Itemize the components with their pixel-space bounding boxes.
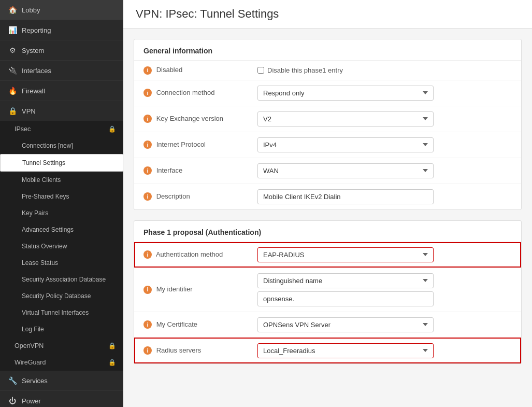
sidebar-item-security-association-db[interactable]: Security Association Database xyxy=(0,271,123,288)
reporting-icon: 📊 xyxy=(7,25,18,35)
key-exchange-row: i Key Exchange version V2 xyxy=(134,106,521,132)
my-certificate-select[interactable]: OPNSens VPN Server xyxy=(257,317,434,332)
my-identifier-input[interactable] xyxy=(257,291,434,306)
connection-method-row: i Connection method Respond only xyxy=(134,80,521,106)
connection-method-select[interactable]: Respond only xyxy=(257,86,434,101)
key-exchange-label: Key Exchange version xyxy=(156,115,223,122)
disabled-value-cell: Disable this phase1 entry xyxy=(248,61,521,80)
disabled-checkbox-label: Disable this phase1 entry xyxy=(257,66,512,74)
sidebar-item-lobby[interactable]: 🏠 Lobby xyxy=(0,0,123,20)
sidebar-item-services[interactable]: 🔧 Services xyxy=(0,371,123,391)
sidebar-item-mobile-clients[interactable]: Mobile Clients xyxy=(0,172,123,188)
sidebar-item-ipsec[interactable]: IPsec 🔒 xyxy=(0,121,123,137)
description-info-icon[interactable]: i xyxy=(143,192,152,201)
sidebar-label-lobby: Lobby xyxy=(22,6,40,14)
sidebar-label-power: Power xyxy=(22,397,41,405)
sidebar-item-security-policy-db[interactable]: Security Policy Database xyxy=(0,288,123,304)
sidebar-label-services: Services xyxy=(22,377,48,385)
radius-servers-row: i Radius servers Local_Freeradius xyxy=(134,338,521,363)
description-value-cell xyxy=(248,184,521,209)
sidebar-label-pre-shared-keys: Pre-Shared Keys xyxy=(22,193,69,200)
sidebar-label-security-association-db: Security Association Database xyxy=(22,276,106,283)
lock-icon-wireguard: 🔒 xyxy=(108,359,116,366)
sidebar-label-lease-status: Lease Status xyxy=(22,259,58,266)
interface-label: Interface xyxy=(156,166,183,174)
sidebar-label-firewall: Firewall xyxy=(22,87,45,95)
sidebar-item-key-pairs[interactable]: Key Pairs xyxy=(0,205,123,221)
phase1-card: Phase 1 proposal (Authentication) i Auth… xyxy=(134,220,522,364)
disabled-row: i Disabled Disable this phase1 entry xyxy=(134,61,521,80)
internet-protocol-info-icon[interactable]: i xyxy=(143,141,152,149)
sidebar-item-firewall[interactable]: 🔥 Firewall xyxy=(0,81,123,101)
ipsec-submenu: Connections [new] Tunnel Settings Mobile… xyxy=(0,137,123,338)
my-certificate-row: i My Certificate OPNSens VPN Server xyxy=(134,312,521,338)
sidebar-label-connections-new: Connections [new] xyxy=(22,142,73,149)
description-input[interactable] xyxy=(257,189,434,204)
internet-protocol-select[interactable]: IPv4 xyxy=(257,137,434,152)
phase1-table: i Authentication method EAP-RADIUS i xyxy=(134,242,521,363)
sidebar-item-virtual-tunnel-interfaces[interactable]: Virtual Tunnel Interfaces xyxy=(0,304,123,321)
key-exchange-value-cell: V2 xyxy=(248,106,521,132)
my-identifier-label-cell: i My identifier xyxy=(134,268,248,312)
interface-value-cell: WAN xyxy=(248,158,521,184)
my-certificate-info-icon[interactable]: i xyxy=(143,320,152,329)
my-certificate-label: My Certificate xyxy=(156,320,197,328)
lock-icon-ipsec: 🔒 xyxy=(108,125,116,133)
internet-protocol-value-cell: IPv4 xyxy=(248,132,521,158)
my-identifier-type-select[interactable]: Distinguished name xyxy=(257,273,434,288)
my-identifier-info-icon[interactable]: i xyxy=(143,286,152,294)
disabled-checkbox[interactable] xyxy=(257,67,264,74)
lock-icon-openvpn: 🔒 xyxy=(108,342,116,349)
my-identifier-label: My identifier xyxy=(156,285,193,293)
sidebar-label-wireguard: WireGuard xyxy=(15,359,46,366)
sidebar-item-log-file[interactable]: Log File xyxy=(0,321,123,338)
sidebar-item-openvpn[interactable]: OpenVPN 🔒 xyxy=(0,338,123,354)
auth-method-info-icon[interactable]: i xyxy=(143,250,152,259)
sidebar-label-security-policy-db: Security Policy Database xyxy=(22,292,91,300)
interface-label-cell: i Interface xyxy=(134,158,248,184)
disabled-info-icon[interactable]: i xyxy=(143,66,152,75)
vpn-icon: 🔒 xyxy=(7,106,18,116)
sidebar-label-ipsec: IPsec xyxy=(15,125,31,133)
sidebar-item-advanced-settings[interactable]: Advanced Settings xyxy=(0,221,123,238)
radius-servers-info-icon[interactable]: i xyxy=(143,346,152,355)
sidebar-item-vpn[interactable]: 🔒 VPN xyxy=(0,101,123,121)
sidebar-item-reporting[interactable]: 📊 Reporting xyxy=(0,20,123,40)
sidebar-item-connections-new[interactable]: Connections [new] xyxy=(0,137,123,154)
radius-servers-value-cell: Local_Freeradius xyxy=(248,338,521,363)
interface-info-icon[interactable]: i xyxy=(143,166,152,175)
key-exchange-label-cell: i Key Exchange version xyxy=(134,106,248,132)
disabled-label: Disabled xyxy=(156,66,183,74)
sidebar-label-log-file: Log File xyxy=(22,326,44,333)
disabled-label-cell: i Disabled xyxy=(134,61,248,80)
sidebar-item-pre-shared-keys[interactable]: Pre-Shared Keys xyxy=(0,188,123,205)
key-exchange-select[interactable]: V2 xyxy=(257,111,434,127)
auth-method-label-cell: i Authentication method xyxy=(134,242,248,268)
power-icon: ⏻ xyxy=(7,396,18,406)
main-content: VPN: IPsec: Tunnel Settings General info… xyxy=(123,0,532,407)
sidebar-item-power[interactable]: ⏻ Power xyxy=(0,391,123,407)
general-info-card: General information i Disabled Disable t… xyxy=(134,39,522,210)
sidebar-item-interfaces[interactable]: 🔌 Interfaces xyxy=(0,61,123,81)
sidebar-label-tunnel-settings: Tunnel Settings xyxy=(22,159,65,166)
sidebar-label-reporting: Reporting xyxy=(22,26,51,34)
firewall-icon: 🔥 xyxy=(7,86,18,96)
sidebar-label-vpn: VPN xyxy=(22,107,36,115)
internet-protocol-label-cell: i Internet Protocol xyxy=(134,132,248,158)
sidebar-item-lease-status[interactable]: Lease Status xyxy=(0,255,123,271)
key-exchange-info-icon[interactable]: i xyxy=(143,115,152,123)
connection-method-info-icon[interactable]: i xyxy=(143,89,152,97)
sidebar-item-tunnel-settings[interactable]: Tunnel Settings xyxy=(0,154,123,172)
internet-protocol-row: i Internet Protocol IPv4 xyxy=(134,132,521,158)
my-identifier-row: i My identifier Distinguished name xyxy=(134,268,521,312)
radius-servers-select[interactable]: Local_Freeradius xyxy=(257,343,434,358)
sidebar-item-status-overview[interactable]: Status Overview xyxy=(0,238,123,255)
vpn-submenu: IPsec 🔒 Connections [new] Tunnel Setting… xyxy=(0,121,123,371)
auth-method-select[interactable]: EAP-RADIUS xyxy=(257,247,434,262)
sidebar-item-wireguard[interactable]: WireGuard 🔒 xyxy=(0,354,123,371)
description-label-cell: i Description xyxy=(134,184,248,209)
sidebar-item-system[interactable]: ⚙ System xyxy=(0,40,123,61)
auth-method-label: Authentication method xyxy=(156,250,223,258)
content-area: General information i Disabled Disable t… xyxy=(123,29,532,385)
interface-select[interactable]: WAN xyxy=(257,163,434,178)
